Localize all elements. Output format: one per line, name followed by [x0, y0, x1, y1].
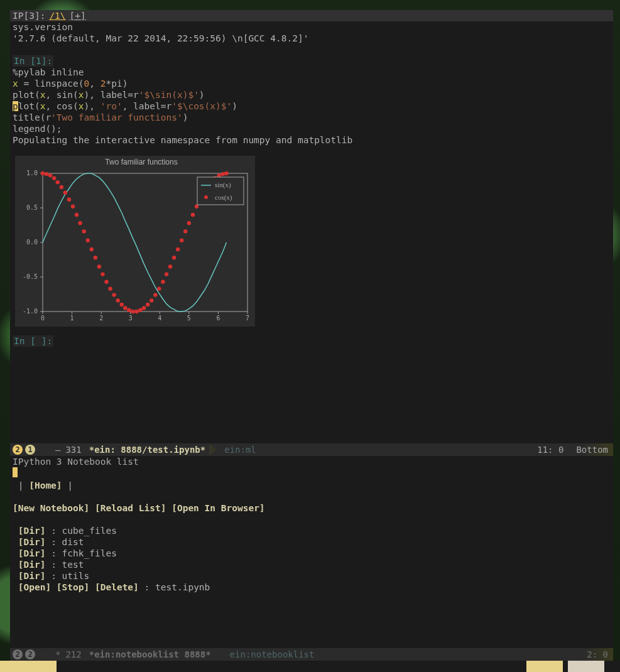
svg-text:7: 7 — [246, 315, 249, 322]
svg-text:cos(x): cos(x) — [215, 193, 232, 202]
modeline-badge: 1 — [25, 445, 35, 455]
svg-point-60 — [157, 287, 161, 291]
item-action[interactable]: [Open] — [18, 582, 51, 592]
item-name: dist — [62, 537, 84, 547]
modeline-dash: — — [55, 444, 60, 455]
open-in-browser-button[interactable]: [Open In Browser] — [171, 503, 264, 513]
item-action[interactable]: [Dir] — [18, 526, 46, 536]
code-line[interactable]: legend(); — [13, 123, 611, 134]
svg-point-30 — [45, 172, 48, 176]
item-action[interactable]: [Dir] — [18, 548, 46, 558]
svg-point-82 — [204, 195, 208, 199]
list-item[interactable]: [Dir] : cube_files — [13, 525, 611, 536]
modeline-arrow-icon — [41, 443, 50, 456]
list-item[interactable]: [Open] [Stop] [Delete] : test.ipynb — [13, 582, 611, 593]
notebooklist-pane[interactable]: IPython 3 Notebook list | [Home] | [New … — [10, 456, 613, 648]
svg-point-55 — [138, 308, 142, 312]
svg-text:-1.0: -1.0 — [23, 308, 38, 315]
svg-text:-0.5: -0.5 — [23, 273, 38, 280]
list-item[interactable]: [Dir] : dist — [13, 536, 611, 548]
new-notebook-button[interactable]: [New Notebook] — [13, 503, 89, 513]
modeline-line-num: 212 — [65, 649, 81, 660]
emacs-frame: IP[3]: /1\ [+] sys.version '2.7.6 (defau… — [10, 10, 613, 664]
taskbar-item[interactable] — [526, 661, 563, 672]
output-line: '2.7.6 (default, Mar 22 2014, 22:59:56) … — [13, 33, 611, 44]
modeline-position: 2: 0 — [587, 649, 608, 660]
code-line[interactable]: plot(x, sin(x), label=r'$\sin(x)$') — [13, 89, 611, 100]
modeline-arrow-icon — [209, 443, 217, 456]
item-action[interactable]: [Delete] — [95, 582, 139, 592]
svg-point-59 — [153, 293, 157, 296]
modeline-badge: 2 — [25, 649, 35, 659]
svg-point-57 — [146, 303, 150, 306]
chart-svg: Two familiar functions01234567-1.0-0.50.… — [15, 156, 255, 324]
item-action[interactable]: [Dir] — [18, 571, 46, 581]
svg-point-52 — [127, 308, 131, 312]
svg-point-48 — [112, 293, 116, 296]
svg-text:0: 0 — [41, 315, 45, 322]
tab-prefix: IP[3]: — [13, 10, 45, 21]
item-sep: : — [51, 571, 62, 581]
svg-text:5: 5 — [187, 315, 191, 322]
notebook-pane[interactable]: sys.version '2.7.6 (default, Mar 22 2014… — [10, 21, 613, 443]
svg-point-45 — [101, 272, 104, 276]
svg-point-39 — [78, 221, 82, 225]
text-cursor — [13, 467, 18, 477]
buffer-name: *ein:notebooklist 8888* — [89, 649, 211, 660]
svg-point-62 — [165, 272, 168, 276]
modeline-top: 2 1 — 331 *ein: 8888/test.ipynb* ein:ml … — [10, 443, 613, 456]
item-action[interactable]: [Dir] — [18, 560, 46, 570]
add-tab-button[interactable]: [+] — [70, 10, 86, 21]
item-name: utils — [62, 571, 90, 581]
taskbar-item[interactable] — [568, 661, 604, 672]
output-line: sys.version — [13, 21, 611, 33]
item-action[interactable]: [Stop] — [57, 582, 89, 592]
svg-point-43 — [94, 256, 97, 259]
list-item[interactable]: [Dir] : fchk_files — [13, 548, 611, 559]
svg-text:2: 2 — [99, 315, 103, 322]
cell-prompt: In [ ]: — [13, 335, 53, 347]
notebooklist-title: IPython 3 Notebook list — [13, 456, 611, 467]
svg-point-70 — [195, 205, 199, 209]
item-sep: : — [51, 526, 62, 536]
modeline-position: 11: 0 — [537, 444, 563, 455]
svg-point-38 — [75, 213, 79, 217]
svg-point-42 — [90, 247, 94, 251]
code-line[interactable]: %pylab inline — [13, 67, 611, 78]
svg-point-35 — [63, 191, 67, 195]
modeline-location: Bottom — [576, 444, 608, 455]
svg-point-69 — [191, 213, 195, 217]
list-item[interactable]: [Dir] : utils — [13, 570, 611, 582]
svg-point-32 — [52, 176, 56, 180]
item-action[interactable]: [Dir] — [18, 537, 46, 547]
active-tab[interactable]: /1\ — [49, 10, 65, 21]
item-sep: : — [51, 537, 62, 547]
modeline-star: * — [55, 649, 60, 660]
chart-output: Two familiar functions01234567-1.0-0.50.… — [15, 156, 255, 327]
code-line[interactable]: x = linspace(0, 2*pi) — [13, 78, 611, 89]
svg-text:0.5: 0.5 — [26, 204, 38, 211]
svg-point-44 — [97, 264, 101, 268]
modeline-badge: 2 — [13, 649, 23, 659]
svg-point-46 — [104, 280, 108, 284]
reload-list-button[interactable]: [Reload List] — [95, 503, 166, 513]
svg-point-58 — [150, 298, 153, 302]
svg-point-31 — [48, 173, 52, 177]
code-line[interactable]: title(r'Two familiar functions') — [13, 112, 611, 123]
svg-text:sin(x): sin(x) — [215, 181, 231, 189]
modeline-bottom: 2 2 * 212 *ein:notebooklist 8888* ein:no… — [10, 648, 613, 661]
svg-point-65 — [176, 247, 180, 251]
svg-point-78 — [224, 171, 228, 175]
item-name: test.ipynb — [155, 582, 210, 592]
svg-point-53 — [131, 310, 134, 313]
svg-point-64 — [172, 256, 176, 259]
list-item[interactable]: [Dir] : test — [13, 559, 611, 570]
code-line[interactable]: plot(x, cos(x), 'ro', label=r'$\cos(x)$'… — [13, 100, 611, 112]
code-area[interactable]: sys.version '2.7.6 (default, Mar 22 2014… — [10, 21, 613, 358]
home-link[interactable]: [Home] — [29, 480, 62, 490]
svg-point-68 — [187, 221, 191, 225]
cell-prompt: In [1]: — [13, 55, 53, 67]
svg-point-37 — [71, 205, 75, 209]
major-mode: ein:ml — [224, 444, 256, 455]
svg-point-67 — [183, 229, 187, 233]
